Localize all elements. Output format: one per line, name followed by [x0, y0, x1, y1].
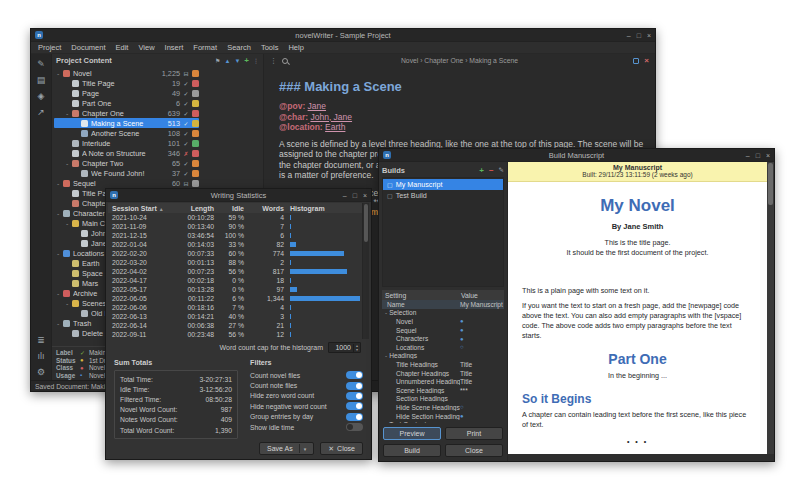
tree-item[interactable]: Part One 6 ✓ [54, 98, 199, 108]
toggle-switch[interactable] [346, 413, 363, 421]
scrollbar-thumb[interactable] [768, 163, 773, 205]
setting-radio-icon[interactable]: ● [460, 413, 464, 419]
session-row[interactable]: 2022-01-04 00:14:03 33 % 82 [108, 240, 369, 249]
status-flag[interactable] [192, 130, 199, 137]
close-button[interactable]: × [647, 32, 651, 39]
session-row[interactable]: 2022-06-14 00:06:38 27 % 21 [108, 321, 369, 330]
setting-row[interactable]: Section Headings [382, 395, 504, 404]
toggle-switch[interactable] [346, 382, 363, 390]
session-row[interactable]: 2021-10-24 00:10:28 59 % 4 [108, 213, 369, 222]
active-check-icon[interactable]: ✓ [180, 130, 192, 137]
editor-maximize-icon[interactable] [633, 58, 639, 64]
status-flag[interactable] [192, 180, 199, 187]
setting-row[interactable]: -Selection [382, 309, 504, 318]
session-row[interactable]: 2022-06-13 00:14:21 40 % 3 [108, 312, 369, 321]
session-row[interactable]: 2022-02-20 00:07:33 60 % 774 [108, 249, 369, 258]
stats-titlebar[interactable]: n Writing Statistics – □ × [106, 189, 371, 202]
setting-radio-icon[interactable]: ● [460, 327, 464, 333]
build-item[interactable]: ▢ Test Build [383, 190, 503, 201]
toggle-switch[interactable] [346, 423, 363, 431]
setting-twisty[interactable]: - [385, 352, 387, 359]
setting-row[interactable]: Sequel ● [382, 326, 504, 335]
kebab-menu-icon[interactable]: ⋮ [253, 57, 259, 64]
toggle-switch[interactable] [346, 392, 363, 400]
tree-item[interactable]: - Chapter Two 65 ✓ [54, 158, 199, 168]
menu-item[interactable]: Format [188, 43, 222, 52]
menu-item[interactable]: Search [222, 43, 256, 52]
maximize-button[interactable]: □ [353, 192, 357, 199]
tree-item[interactable]: - Chapter One 639 ✓ [54, 108, 199, 118]
status-flag[interactable] [192, 100, 199, 107]
edit-build-icon[interactable]: ✎ [499, 166, 504, 174]
setting-radio-icon[interactable]: ○ [460, 404, 464, 410]
editor-menu-icon[interactable]: ⋮ [270, 57, 277, 65]
tag-value[interactable]: John, Jane [310, 112, 352, 122]
add-build-icon[interactable]: + [479, 166, 484, 175]
session-row[interactable]: 2022-03-20 00:01:13 88 % 2 [108, 258, 369, 267]
status-flag[interactable] [192, 120, 199, 127]
setting-row[interactable]: Unnumbered Headings Title [382, 377, 504, 386]
main-titlebar[interactable]: n novelWriter - Sample Project – □ × [31, 29, 655, 42]
bookmark-icon[interactable]: ⚑ [215, 57, 220, 64]
tree-item[interactable]: A Note on Structure 346 ✗ [54, 148, 199, 158]
setting-row[interactable]: Hide Scene Headings ○ [382, 403, 504, 412]
cap-spinbox[interactable]: 1000 ▴▾ [328, 342, 361, 353]
minimize-button[interactable]: – [343, 192, 347, 199]
novel-outline-icon[interactable]: ◈ [34, 89, 49, 102]
setting-row[interactable]: Title Headings Title [382, 360, 504, 369]
status-flag[interactable] [192, 150, 199, 157]
toggle-switch[interactable] [346, 371, 363, 379]
build-button[interactable]: Build [383, 444, 441, 457]
session-row[interactable]: 2022-09-11 00:23:48 56 % 12 [108, 330, 369, 339]
save-as-button[interactable]: Save As▾ [259, 442, 314, 455]
active-check-icon[interactable]: ⊟ [180, 70, 192, 77]
status-flag[interactable] [192, 70, 199, 77]
menu-item[interactable]: Help [283, 43, 308, 52]
session-row[interactable]: 2021-11-09 00:13:40 90 % 7 [108, 222, 369, 231]
tree-item[interactable]: Making a Scene 513 ✓ [54, 118, 199, 128]
session-row[interactable]: 2022-06-05 00:11:22 6 % 1,344 [108, 294, 369, 303]
editor-close-icon[interactable]: × [644, 58, 649, 64]
active-check-icon[interactable]: ✓ [180, 120, 192, 127]
setting-row[interactable]: Hide Section Headings ● [382, 412, 504, 421]
status-flag[interactable] [192, 80, 199, 87]
menu-item[interactable]: Tools [256, 43, 284, 52]
tag-value[interactable]: Jane [308, 101, 326, 111]
move-down-icon[interactable]: ▼ [234, 58, 240, 64]
scrollbar-thumb[interactable] [364, 204, 368, 242]
cap-value[interactable]: 1000 [329, 344, 353, 351]
tree-item[interactable]: Title Page 19 ✓ [54, 78, 199, 88]
maximize-button[interactable]: □ [756, 152, 760, 159]
status-flag[interactable] [192, 90, 199, 97]
tree-item[interactable]: - Novel 1,225 ⊟ [54, 68, 199, 78]
minimize-button[interactable]: – [746, 152, 750, 159]
preview-scrollbar[interactable] [767, 162, 774, 454]
writing-stats-icon[interactable]: ılı [34, 349, 49, 362]
column-words[interactable]: Words [244, 205, 284, 212]
menu-item[interactable]: Document [66, 43, 110, 52]
setting-row[interactable]: Chapter Headings Title [382, 369, 504, 378]
active-check-icon[interactable]: ⊟ [180, 180, 192, 187]
close-build-button[interactable]: Close [445, 444, 503, 457]
tag-value[interactable]: Earth [325, 122, 345, 132]
active-check-icon[interactable]: ✓ [180, 110, 192, 117]
active-check-icon[interactable]: ✓ [180, 160, 192, 167]
status-flag[interactable] [192, 140, 199, 147]
active-check-icon[interactable]: ✓ [180, 140, 192, 147]
tree-item[interactable]: Interlude 101 ✓ [54, 138, 199, 148]
tree-item[interactable]: Another Scene 108 ✓ [54, 128, 199, 138]
active-check-icon[interactable]: ✗ [180, 150, 192, 157]
active-check-icon[interactable]: ✓ [180, 170, 192, 177]
setting-row[interactable]: Novel ● [382, 317, 504, 326]
active-check-icon[interactable]: ✓ [180, 80, 192, 87]
column-length[interactable]: Length [168, 205, 214, 212]
minimize-button[interactable]: – [627, 32, 631, 39]
active-check-icon[interactable]: ✓ [180, 100, 192, 107]
details-icon[interactable]: ≣ [34, 333, 49, 346]
close-dialog-button[interactable]: ✕Close [320, 442, 363, 455]
build-item[interactable]: ▢ My Manuscript [383, 179, 503, 190]
print-button[interactable]: Print [445, 427, 503, 440]
setting-row[interactable]: Characters ● [382, 334, 504, 343]
setting-radio-icon[interactable]: ○ [460, 344, 464, 350]
tree-item[interactable]: Page 49 ✓ [54, 88, 199, 98]
